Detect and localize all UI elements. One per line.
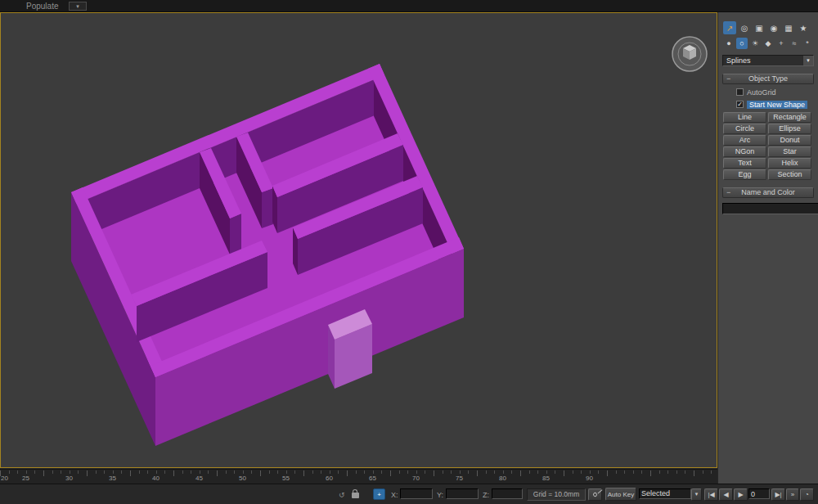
frame-tick-label: 50 (239, 475, 246, 482)
selection-set-dropdown[interactable]: Selected (639, 488, 691, 499)
workspace-dropdown[interactable]: ▾ (69, 2, 87, 11)
next-frame-button[interactable]: ▶| (771, 488, 785, 501)
shape-category-dropdown[interactable]: Splines ▼ (722, 55, 814, 66)
go-to-start-icon: |◀ (708, 491, 714, 498)
floorplan-spline-object[interactable] (71, 64, 464, 446)
systems-icon: * (806, 39, 809, 47)
selection-lock-icon[interactable] (352, 493, 359, 498)
tab-create[interactable]: ↗ (723, 21, 736, 34)
frame-tick-label: 65 (369, 475, 376, 482)
shape-buttons-grid: LineRectangleCircleEllipseArcDonutNGonSt… (718, 109, 818, 180)
command-panel: ↗ ◎ ▣ ◉ ▦ ★ ● ○ ☀ ◆ + ≈ * Splines ▼ − Ob… (717, 12, 818, 484)
helpers-icon: + (779, 39, 783, 47)
menu-populate[interactable]: Populate (26, 2, 58, 11)
chevron-down-icon: ▾ (76, 3, 79, 9)
frame-tick-label: 60 (326, 475, 333, 482)
track-bar[interactable]: 202530354045505560657075808590 (0, 469, 717, 484)
frame-tick-label: 40 (152, 475, 160, 482)
viewcube[interactable] (670, 34, 709, 74)
absolute-mode-toggle[interactable]: + (373, 488, 385, 500)
go-to-start-button[interactable]: |◀ (704, 488, 718, 501)
y-coordinate-field[interactable] (446, 488, 479, 499)
frame-tick-label: 85 (542, 475, 550, 482)
create-categories: ● ○ ☀ ◆ + ≈ * (718, 38, 818, 49)
frame-tick-label: 20 (1, 475, 8, 482)
shape-button[interactable]: Egg (723, 169, 766, 180)
category-space-warps[interactable]: ≈ (789, 38, 800, 49)
tab-motion[interactable]: ◉ (767, 21, 780, 34)
rollout-object-type-label: Object Type (748, 74, 788, 83)
category-lights[interactable]: ☀ (749, 38, 761, 49)
x-coordinate-field[interactable] (400, 488, 433, 499)
command-panel-tabs: ↗ ◎ ▣ ◉ ▦ ★ (718, 21, 818, 34)
collapse-icon: − (726, 74, 730, 83)
space-warp-icon: ≈ (793, 39, 797, 47)
auto-key-button[interactable]: Auto Key (605, 488, 636, 501)
frame-tick-label: 30 (65, 475, 73, 482)
shape-button[interactable]: Helix (768, 158, 811, 169)
autogrid-checkbox[interactable] (736, 88, 744, 96)
perspective-viewport[interactable] (0, 12, 717, 468)
hierarchy-icon: ▣ (755, 24, 762, 33)
frame-tick-label: 45 (196, 475, 203, 482)
light-icon: ☀ (752, 39, 758, 47)
3ds-max-window: Populate ▾ (0, 0, 818, 504)
checkmark-icon: ✓ (737, 101, 743, 108)
set-key-button[interactable] (588, 488, 602, 501)
category-shapes[interactable]: ○ (736, 38, 748, 49)
key-icon (592, 492, 598, 497)
frame-tick-label: 55 (282, 475, 290, 482)
geometry-sphere-icon: ● (726, 39, 730, 47)
frame-tick-label: 90 (586, 475, 593, 482)
grid-spacing-readout: Grid = 10.0mm (527, 488, 586, 501)
shape-button[interactable]: NGon (723, 146, 766, 157)
shape-button[interactable]: Ellipse (768, 124, 811, 134)
shape-button[interactable]: Circle (723, 124, 766, 134)
object-name-field[interactable] (722, 203, 818, 214)
shape-button[interactable]: Rectangle (768, 112, 811, 123)
autogrid-label: AutoGrid (747, 88, 776, 97)
clock-icon: ◔ (805, 491, 809, 498)
start-new-shape-checkbox[interactable]: ✓ (736, 101, 744, 108)
shape-button[interactable]: Donut (768, 135, 811, 146)
category-geometry[interactable]: ● (723, 38, 735, 49)
rollout-object-type[interactable]: − Object Type (722, 74, 814, 84)
shape-button[interactable]: Arc (723, 135, 766, 146)
selection-cycle-icon[interactable]: ↺ (339, 491, 345, 499)
tab-hierarchy[interactable]: ▣ (753, 21, 766, 34)
next-frame-icon: ▶| (775, 491, 781, 498)
shape-button[interactable]: Star (768, 146, 811, 157)
chevron-down-icon[interactable]: ▼ (691, 488, 702, 501)
x-coordinate-label: X: (391, 491, 398, 499)
play-button[interactable]: ▶ (734, 488, 748, 501)
status-bar: ↺ + X: Y: Z: Grid = 10.0mm Auto Key Sele… (0, 484, 818, 504)
viewport-canvas[interactable] (1, 13, 717, 467)
autogrid-row: AutoGrid (736, 88, 818, 97)
go-to-end-icon: » (791, 491, 794, 498)
category-helpers[interactable]: + (775, 38, 787, 49)
chevron-down-icon[interactable]: ▼ (802, 56, 813, 65)
display-icon: ▦ (784, 24, 792, 33)
shape-button[interactable]: Text (723, 158, 766, 169)
previous-frame-icon: ◀ (723, 491, 728, 498)
previous-frame-button[interactable]: ◀ (719, 488, 733, 501)
current-frame-field[interactable] (748, 488, 770, 499)
collapse-icon: − (726, 188, 730, 197)
rollout-name-and-color[interactable]: − Name and Color (722, 187, 814, 198)
time-configuration-button[interactable]: ◔ (800, 488, 814, 501)
rollout-name-color-label: Name and Color (741, 188, 795, 196)
start-new-shape-label: Start New Shape (747, 101, 807, 109)
frame-tick-label: 35 (109, 475, 116, 482)
shape-button[interactable]: Section (768, 169, 811, 180)
category-systems[interactable]: * (802, 38, 813, 49)
tab-display[interactable]: ▦ (782, 21, 795, 34)
go-to-end-button[interactable]: » (786, 488, 799, 501)
play-icon: ▶ (738, 491, 743, 498)
z-coordinate-field[interactable] (492, 488, 523, 499)
category-cameras[interactable]: ◆ (762, 38, 774, 49)
tab-modify[interactable]: ◎ (738, 21, 751, 34)
shape-button[interactable]: Line (723, 112, 766, 123)
y-coordinate-label: Y: (437, 491, 443, 499)
tab-utilities[interactable]: ★ (797, 21, 810, 34)
modify-icon: ◎ (741, 24, 748, 33)
